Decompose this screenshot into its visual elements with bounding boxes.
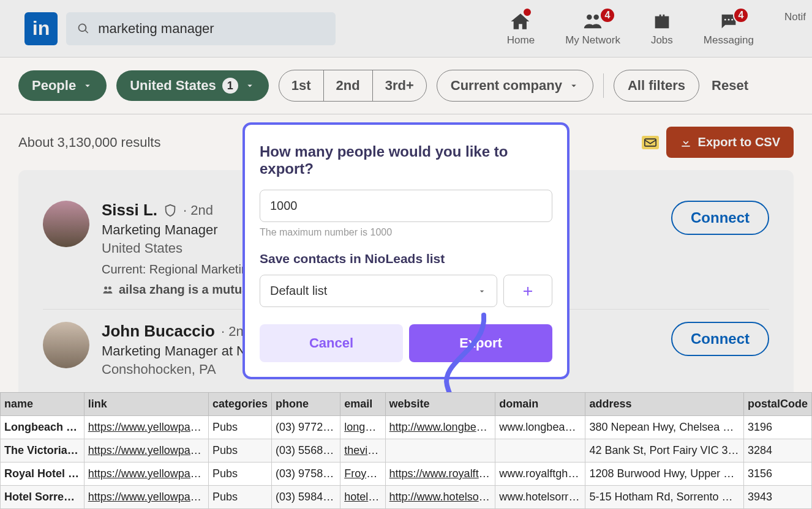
filter-1st[interactable]: 1st (279, 70, 324, 101)
nav-jobs[interactable]: Jobs (651, 11, 673, 46)
table-cell: www.hotelsorrento.co (495, 486, 585, 509)
avatar[interactable] (43, 201, 89, 247)
table-cell: 3156 (743, 463, 811, 486)
filter-company[interactable]: Current company (437, 70, 593, 102)
table-cell: thevictoriahotelportfairy@gmail.com (340, 439, 385, 463)
table-cell: Longbeach Hotel (1, 416, 85, 439)
table-header: address (585, 393, 744, 416)
table-cell: 3943 (743, 486, 811, 509)
table-cell: (03) 5568 2891 (272, 439, 340, 463)
export-modal: How many people would you like to export… (242, 122, 570, 379)
table-row: Longbeach Hotelhttps://www.yellowpages.c… (1, 416, 812, 439)
export-table: namelinkcategoriesphoneemailwebsitedomai… (0, 392, 812, 509)
export-count-input[interactable] (260, 190, 552, 222)
filter-people[interactable]: People (18, 70, 107, 101)
nav-network[interactable]: 4 My Network (565, 11, 620, 46)
table-cell: http://www.hotelsorrento.c (385, 486, 495, 509)
nav-notif-label: Notif (784, 11, 806, 23)
modal-hint: The maximum number is 1000 (260, 227, 552, 238)
linkedin-logo[interactable]: in (24, 12, 58, 45)
table-header: link (84, 393, 208, 416)
table-cell: Hotel Sorrento (1, 486, 85, 509)
nav-messaging-badge: 4 (733, 7, 749, 23)
table-cell (495, 439, 585, 463)
filter-bar: People United States 1 1st 2nd 3rd+ Curr… (0, 58, 812, 114)
filter-country[interactable]: United States 1 (116, 70, 269, 101)
table-cell: http://www.longbeachhote (385, 416, 495, 439)
search-input[interactable] (98, 21, 325, 37)
table-header: domain (495, 393, 585, 416)
nav-network-label: My Network (565, 34, 620, 46)
divider (603, 73, 604, 98)
filter-reset[interactable]: Reset (712, 78, 748, 94)
header: in Home 4 My Network Jobs 4 Messaging No… (0, 0, 812, 58)
table-cell: Pubs (209, 486, 272, 509)
nav-network-badge: 4 (600, 7, 615, 23)
modal-save-label: Save contacts in NioLeads list (260, 251, 552, 266)
jobs-icon (652, 11, 672, 32)
filter-degree-group: 1st 2nd 3rd+ (279, 70, 427, 102)
nav-home-badge (522, 7, 532, 17)
nav-jobs-label: Jobs (651, 34, 673, 46)
table-row: Royal Hotel Ferntrhttps://www.yellowpage… (1, 463, 812, 486)
search-icon (77, 22, 89, 35)
cancel-button[interactable]: Cancel (260, 324, 403, 362)
filter-3rd[interactable]: 3rd+ (373, 70, 426, 101)
table-cell: 3196 (743, 416, 811, 439)
add-list-button[interactable] (503, 275, 552, 307)
table-cell: 380 Nepean Hwy, Chelsea VIC 3196 (585, 416, 744, 439)
avatar[interactable] (43, 322, 89, 368)
table-cell: 3284 (743, 439, 811, 463)
table-cell: Pubs (209, 416, 272, 439)
table-header: postalCode (743, 393, 811, 416)
table-cell: https://www.yellowpages.com (84, 416, 208, 439)
search-box[interactable] (66, 12, 336, 45)
table-cell: 42 Bank St, Port Fairy VIC 3284 (585, 439, 744, 463)
svg-rect-5 (644, 139, 655, 146)
connect-button[interactable]: Connect (671, 322, 769, 356)
table-header: name (1, 393, 85, 416)
table-cell: Froyalftg.l (340, 463, 385, 486)
table-cell: Royal Hotel Ferntr (1, 463, 85, 486)
nav-messaging[interactable]: 4 Messaging (704, 11, 754, 46)
svg-point-7 (108, 286, 111, 289)
table-cell: The Victoria Hotel (1, 439, 85, 463)
table-cell: https://www.yellowpages.com (84, 439, 208, 463)
nav-messaging-label: Messaging (704, 34, 754, 46)
table-header: phone (272, 393, 340, 416)
connect-button[interactable]: Connect (671, 201, 769, 235)
table-cell: https://www.yellowpages.com (84, 486, 208, 509)
chevron-down-icon (82, 80, 93, 91)
nav-home[interactable]: Home (507, 11, 535, 46)
table-cell: (03) 9772 1633 (272, 416, 340, 439)
table-cell: hotel@hot (340, 486, 385, 509)
svg-point-2 (724, 18, 726, 20)
table-cell: www.longbeachhote (495, 416, 585, 439)
filter-all[interactable]: All filters (614, 70, 699, 102)
export-csv-button[interactable]: Export to CSV (666, 127, 794, 158)
table-row: The Victoria Hotelhttps://www.yellowpage… (1, 439, 812, 463)
chevron-down-icon (477, 286, 487, 296)
table-header: website (385, 393, 495, 416)
modal-title: How many people would you like to export… (260, 143, 552, 177)
table-cell: Pubs (209, 463, 272, 486)
svg-point-3 (728, 18, 730, 20)
svg-point-1 (593, 14, 599, 20)
plus-icon (521, 284, 535, 299)
svg-point-0 (587, 14, 592, 20)
table-cell: (03) 5984 8000 (272, 486, 340, 509)
download-icon (680, 136, 692, 149)
nav-notifications[interactable]: Notif (784, 11, 806, 46)
chevron-down-icon (244, 80, 255, 91)
table-cell: 1208 Burwood Hwy, Upper Ferntree G (585, 463, 744, 486)
mail-search-icon[interactable] (642, 136, 659, 149)
table-cell: https://www.royalftghotel. (385, 463, 495, 486)
table-header: categories (209, 393, 272, 416)
top-nav: Home 4 My Network Jobs 4 Messaging Notif (507, 11, 788, 46)
filter-2nd[interactable]: 2nd (324, 70, 373, 101)
export-button[interactable]: Export (409, 324, 552, 362)
list-select[interactable]: Default list (260, 275, 497, 307)
chevron-down-icon (568, 80, 579, 91)
table-cell: www.royalftghotel.co (495, 463, 585, 486)
results-count: About 3,130,000 results (18, 135, 160, 150)
